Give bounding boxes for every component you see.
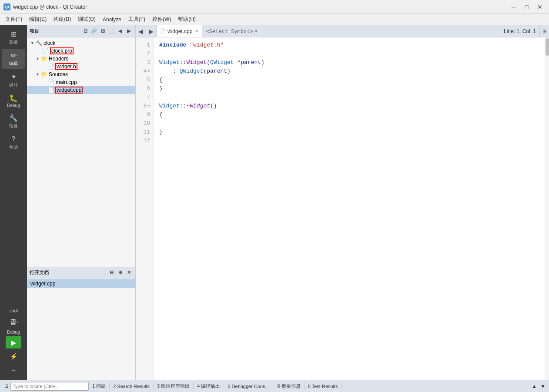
sidebar-item-design[interactable]: ✦ 设计 xyxy=(2,70,25,90)
monitor-icon: 🖥 xyxy=(9,318,17,327)
status-app-output[interactable]: 3 应用程序输出 xyxy=(154,383,194,389)
menu-analyze[interactable]: Analyze xyxy=(99,16,125,23)
layout-button[interactable]: ⊞ xyxy=(539,25,549,37)
window-controls: ─ □ ✕ xyxy=(508,3,546,11)
nav-prev-icon[interactable]: ◀ xyxy=(116,27,124,35)
status-arrow-down[interactable]: ▼ xyxy=(539,383,547,389)
statusbar-right: ▲ ▼ xyxy=(530,383,547,389)
code-line-10 xyxy=(159,119,539,128)
line-num-9: 9 xyxy=(136,111,154,119)
tree-label-widget-h: widget.h xyxy=(56,64,77,70)
menu-edit[interactable]: 编辑(E) xyxy=(26,15,50,24)
menu-tools[interactable]: 工具(T) xyxy=(125,15,149,24)
code-line-8: Widget::~Widget() xyxy=(159,102,539,111)
close-button[interactable]: ✕ xyxy=(534,3,546,11)
sidebar-item-project[interactable]: 🔧 项目 xyxy=(2,111,25,132)
code-area[interactable]: #include "widget.h" Widget::Widget(QWidg… xyxy=(154,37,545,380)
project-panel: 项目 ⊟ 🔗 ⊞ ⬜ ◀ ▶ ▼ 🔨 clock � xyxy=(27,25,136,380)
pro-file-icon: 📄 xyxy=(43,48,49,54)
window-title: widget.cpp @ clock - Qt Creator xyxy=(13,4,508,10)
minimize-button[interactable]: ─ xyxy=(508,3,519,11)
sidebar-label-project: 项目 xyxy=(9,123,18,129)
step-icon: → xyxy=(10,367,17,374)
right-panel: ◀ ▶ 📄 widget.cpp ✕ <Select Symbol> ▼ Lin… xyxy=(136,25,549,380)
line-num-5: 5 xyxy=(136,76,154,84)
tree-item-headers[interactable]: ▼ 📁 Headers xyxy=(27,55,135,63)
run-button[interactable]: ▶ xyxy=(6,336,21,348)
statusbar-items: 1 问题 2 Search Results 3 应用程序输出 4 编译输出 5 … xyxy=(89,383,530,389)
tab-nav-next[interactable]: ▶ xyxy=(146,25,157,37)
tree-arrow-headers: ▼ xyxy=(36,57,41,61)
menu-debug[interactable]: 调试(D) xyxy=(74,15,99,24)
tab-nav-prev[interactable]: ◀ xyxy=(136,25,146,37)
open-docs-title: 打开文档 xyxy=(30,269,107,276)
code-line-5: { xyxy=(159,76,539,84)
design-icon: ✦ xyxy=(11,73,17,81)
project-icon-clock: 🔨 xyxy=(36,40,42,46)
sidebar-item-welcome[interactable]: ⊞ 欢迎 xyxy=(2,27,25,48)
open-docs-icon1[interactable]: ⊟ xyxy=(107,269,115,277)
tab-close-widget-cpp[interactable]: ✕ xyxy=(195,29,198,34)
status-issues[interactable]: 1 问题 xyxy=(89,383,110,389)
sidebar-item-help[interactable]: ? 帮助 xyxy=(2,133,25,153)
sidebar-item-debug[interactable]: 🐛 Debug xyxy=(2,91,25,111)
editor-scrollbar[interactable] xyxy=(545,37,549,380)
tree-item-widget-h[interactable]: 📄 widget.h xyxy=(27,63,135,70)
status-arrow-up[interactable]: ▲ xyxy=(530,383,539,389)
status-compile-output[interactable]: 4 编译输出 xyxy=(194,383,224,389)
app-icon: Qt xyxy=(3,3,10,10)
status-debugger-console[interactable]: 5 Debugger Cons… xyxy=(224,383,274,389)
status-test-results[interactable]: 8 Test Results xyxy=(305,383,342,389)
tree-item-main-cpp[interactable]: 📄 main.cpp xyxy=(27,78,135,86)
sidebar-item-edit[interactable]: ✏ 编辑 xyxy=(2,49,25,69)
menu-build[interactable]: 构建(B) xyxy=(50,15,74,24)
status-overview[interactable]: 6 概要信息 xyxy=(274,383,305,389)
step-button[interactable]: → xyxy=(6,364,21,376)
line-num-4: 4▼ xyxy=(136,67,154,76)
split-icon[interactable]: ⊞ xyxy=(99,27,107,35)
open-docs-icon3[interactable]: ✕ xyxy=(125,269,133,277)
tab-widget-cpp[interactable]: 📄 widget.cpp ✕ xyxy=(157,25,202,37)
statusbar-icon[interactable]: ⊟ xyxy=(2,382,10,391)
header-file-icon: 📄 xyxy=(48,64,54,70)
code-line-3: Widget::Widget(QWidget *parent) xyxy=(159,58,539,67)
menu-help[interactable]: 帮助(H) xyxy=(174,15,199,24)
clock-label: clock xyxy=(9,308,19,313)
tree-item-clock[interactable]: ▼ 🔨 clock xyxy=(27,39,135,47)
symbol-dropdown-arrow[interactable]: ▼ xyxy=(255,29,258,34)
tree-item-sources[interactable]: ▼ 📁 Sources xyxy=(27,70,135,78)
fold-arrow-8[interactable]: ▼ xyxy=(148,102,150,111)
scrollbar-thumb[interactable] xyxy=(546,38,549,56)
tree-label-clock: clock xyxy=(44,40,55,46)
filter-icon[interactable]: ⊟ xyxy=(81,27,89,35)
debug-icon: 🐛 xyxy=(9,94,18,102)
expand-icon[interactable]: ⬜ xyxy=(107,27,115,35)
tree-item-clock-pro[interactable]: 📄 clock.pro xyxy=(27,47,135,55)
tree-arrow-sources: ▼ xyxy=(36,72,41,77)
menubar: 文件(F) 编辑(E) 构建(B) 调试(D) Analyze 工具(T) 控件… xyxy=(0,14,549,25)
help-icon: ? xyxy=(12,135,16,143)
welcome-icon: ⊞ xyxy=(11,30,17,38)
tree-item-widget-cpp[interactable]: 📄 widget.cpp xyxy=(27,86,135,94)
project-toolbar: 项目 ⊟ 🔗 ⊞ ⬜ ◀ ▶ xyxy=(27,25,135,37)
debug-run-button[interactable]: 🖥 › xyxy=(5,315,22,329)
open-docs-icon2[interactable]: ⊞ xyxy=(116,269,124,277)
line-num-1: 1 xyxy=(136,41,154,50)
locate-input[interactable] xyxy=(10,382,89,391)
tree-label-headers: Headers xyxy=(49,56,68,62)
line-numbers: 1 2 3 4▼ 5 6 7 8▼ 9 10 11 12 xyxy=(136,37,154,380)
nav-next-icon[interactable]: ▶ xyxy=(125,27,133,35)
expand-icon: › xyxy=(17,320,18,325)
menu-widgets[interactable]: 控件(W) xyxy=(149,15,174,24)
link-icon[interactable]: 🔗 xyxy=(90,27,98,35)
status-search[interactable] xyxy=(10,382,89,391)
debug-run2-button[interactable]: ⚡ xyxy=(6,350,21,362)
open-doc-widget-cpp[interactable]: widget.cpp xyxy=(27,279,135,288)
debug-run-icon: ⚡ xyxy=(10,353,17,360)
fold-arrow-4[interactable]: ▼ xyxy=(148,67,150,76)
status-search-results[interactable]: 2 Search Results xyxy=(110,383,154,389)
code-line-7 xyxy=(159,93,539,102)
menu-file[interactable]: 文件(F) xyxy=(2,15,26,24)
maximize-button[interactable]: □ xyxy=(521,3,532,11)
edit-icon: ✏ xyxy=(11,51,17,60)
